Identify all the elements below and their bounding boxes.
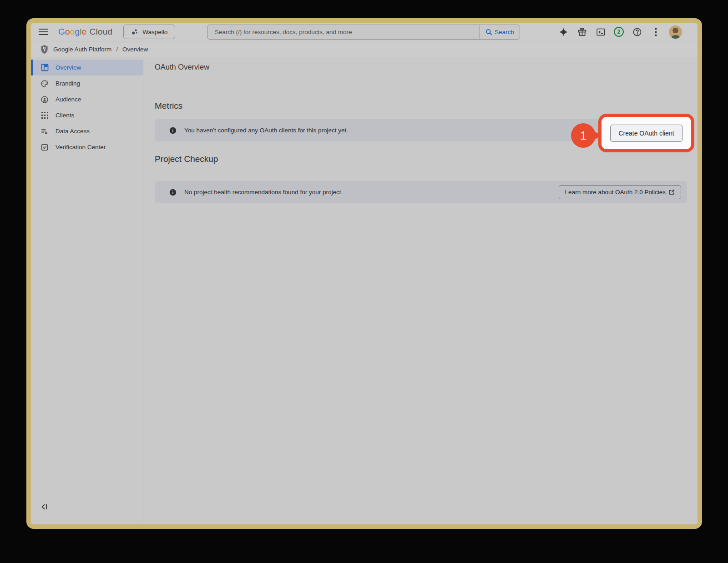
checkbox-icon: [40, 143, 49, 151]
project-selector[interactable]: Waspello: [123, 25, 175, 39]
sidebar-item-label: Verification Center: [56, 144, 106, 151]
global-search: Search: [207, 25, 520, 40]
sidebar: Overview Branding: [31, 57, 143, 523]
external-link-icon: [669, 189, 675, 195]
sidebar-item-overview[interactable]: Overview: [31, 60, 143, 75]
annotation-highlight-box: Create OAuth client: [598, 114, 694, 152]
sidebar-item-label: Branding: [56, 80, 80, 87]
page-header: OAuth Overview: [143, 57, 698, 77]
search-button-label: Search: [495, 29, 514, 35]
project-selector-icon: [131, 28, 138, 35]
checkup-info-bar: No project health recommendations found …: [155, 181, 687, 203]
account-avatar[interactable]: [669, 25, 682, 39]
sidebar-item-data-access[interactable]: Data Access: [31, 123, 143, 139]
notifications-badge[interactable]: 2: [614, 27, 624, 37]
annotation-step-badge: 1: [571, 123, 596, 148]
hamburger-menu-icon[interactable]: [37, 26, 49, 38]
project-selector-label: Waspello: [142, 29, 167, 35]
google-wordmark: Google: [58, 27, 87, 37]
breadcrumb: Google Auth Platform / Overview: [31, 41, 698, 57]
search-button[interactable]: Search: [480, 25, 520, 39]
google-cloud-logo[interactable]: Google Cloud: [58, 27, 112, 37]
main-content: OAuth Overview Metrics You haven't confi…: [143, 57, 698, 523]
page-title: OAuth Overview: [155, 63, 209, 71]
browser-window: Google Cloud Waspello: [26, 18, 702, 529]
help-icon[interactable]: [632, 26, 642, 37]
checkup-heading: Project Checkup: [155, 154, 218, 164]
overview-icon: [40, 64, 49, 72]
sidebar-item-label: Clients: [56, 112, 74, 119]
search-icon: [485, 29, 492, 35]
sidebar-item-clients[interactable]: Clients: [31, 107, 143, 123]
top-app-bar: Google Cloud Waspello: [31, 23, 698, 41]
person-icon: [40, 96, 49, 104]
auth-platform-shield-icon: [40, 45, 49, 54]
sidebar-item-branding[interactable]: Branding: [31, 75, 143, 91]
metrics-info-text: You haven't configured any OAuth clients…: [184, 127, 348, 134]
sidebar-item-label: Data Access: [56, 128, 90, 135]
breadcrumb-page[interactable]: Overview: [122, 46, 148, 53]
create-oauth-client-button[interactable]: Create OAuth client: [610, 125, 682, 142]
sidebar-item-label: Audience: [56, 96, 81, 103]
breadcrumb-section[interactable]: Google Auth Platform: [53, 46, 111, 53]
search-input[interactable]: [207, 25, 480, 39]
learn-more-button[interactable]: Learn more about OAuth 2.0 Policies: [559, 185, 681, 199]
sidebar-item-label: Overview: [56, 64, 81, 71]
list-settings-icon: [40, 127, 49, 136]
info-icon: [169, 189, 177, 196]
learn-more-label: Learn more about OAuth 2.0 Policies: [565, 189, 666, 196]
checkup-info-text: No project health recommendations found …: [184, 189, 343, 196]
sidebar-item-verification-center[interactable]: Verification Center: [31, 139, 143, 155]
breadcrumb-separator: /: [116, 46, 118, 53]
gemini-sparkle-icon[interactable]: [558, 26, 569, 37]
collapse-sidebar-icon[interactable]: [41, 503, 50, 511]
info-icon: [169, 127, 177, 134]
cloud-shell-icon[interactable]: [595, 26, 606, 37]
cloud-wordmark: Cloud: [90, 27, 113, 37]
apps-grid-icon: [40, 111, 49, 120]
palette-icon: [40, 80, 49, 88]
more-vert-icon[interactable]: [650, 26, 661, 37]
metrics-heading: Metrics: [155, 101, 182, 111]
gift-icon[interactable]: [576, 26, 587, 37]
sidebar-item-audience[interactable]: Audience: [31, 91, 143, 107]
